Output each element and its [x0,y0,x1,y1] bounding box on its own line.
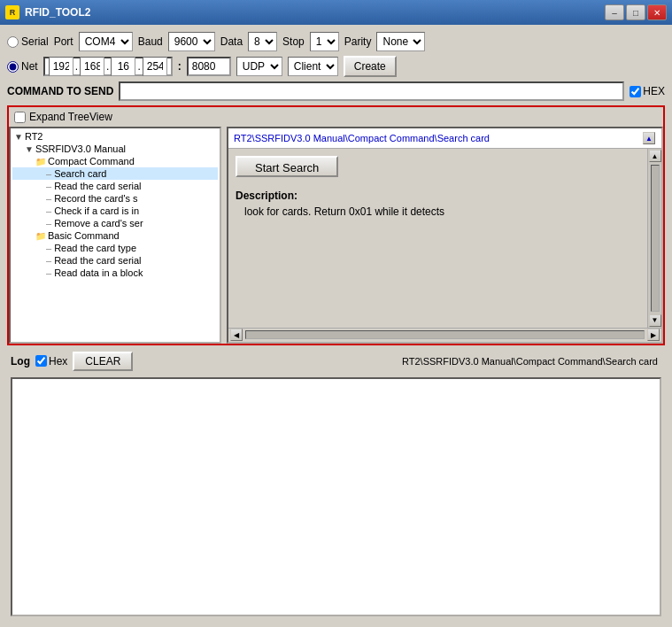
ip-segment-2[interactable] [80,57,104,76]
tree-item-read-serial-1[interactable]: – Read the card serial [12,180,218,192]
hex-checkbox-label[interactable]: HEX [630,85,665,97]
window-title: RFID_TOOL2 [25,6,90,19]
content-main: Start Search Description: look for cards… [228,149,647,328]
folder-icon: 📁 [35,231,46,241]
stop-label: Stop [282,35,305,48]
leaf-icon: – [46,168,51,179]
serial-row: Serial Port COM4 Baud 9600 Data 8 Stop 1… [7,32,665,51]
tree-item-read-card-type[interactable]: – Read the card type [12,242,218,254]
tree-item-label: Record the card's s [54,193,137,204]
tree-item-label: Compact Command [48,156,135,166]
mode-select[interactable]: Client [288,57,338,76]
tree-item-label: RT2 [25,131,43,142]
description-section: Description: look for cards. Return 0x01… [236,190,640,218]
parity-label: Parity [344,35,372,48]
log-hex-checkbox[interactable] [35,355,47,367]
description-text: look for cards. Return 0x01 while it det… [244,205,640,218]
tree-item-ssrfid-manual[interactable]: ▼ SSRFIDV3.0 Manual [12,143,218,155]
maximize-button[interactable]: □ [626,4,645,20]
clear-button[interactable]: CLEAR [73,352,133,371]
data-select[interactable]: 8 [248,32,277,51]
panel-divider [221,127,224,344]
title-bar: R RFID_TOOL2 – □ ✕ [0,0,672,25]
scroll-track[interactable] [651,165,660,312]
command-input[interactable] [119,81,624,101]
scroll-left-btn[interactable]: ◀ [230,329,243,341]
tree-item-rt2[interactable]: ▼ RT2 [12,130,218,143]
log-bar: Log Hex CLEAR RT2\SSRFIDV3.0 Manual\Comp… [7,350,665,373]
split-panel: ▼ RT2 ▼ SSRFIDV3.0 Manual 📁 Compact Comm… [9,127,663,344]
ip-address-box: . . . [43,57,173,76]
h-scroll-track[interactable] [245,330,645,339]
start-search-button[interactable]: Start Search [236,156,338,177]
ip-segment-4[interactable] [143,57,167,76]
tree-item-label: Remove a card's ser [54,218,143,228]
leaf-icon: – [46,218,51,228]
serial-label: Serial [21,35,49,48]
log-hex-text: Hex [49,355,67,368]
tree-item-label: Check if a card is in [54,205,139,216]
hex-label: HEX [643,85,665,97]
log-hex-label[interactable]: Hex [35,355,67,368]
tree-item-read-serial-2[interactable]: – Read the card serial [12,254,218,267]
tree-item-label: Read the card type [54,243,136,253]
expand-treeview-row: Expand TreeView [9,107,663,127]
scroll-right-btn[interactable]: ▶ [647,329,660,341]
tree-item-record-card[interactable]: – Record the card's s [12,192,218,205]
log-output[interactable] [11,377,661,617]
data-label: Data [220,35,243,48]
content-path-bar: RT2\SSRFIDV3.0 Manual\Compact Command\Se… [228,128,661,149]
tree-item-label: Search card [54,168,106,179]
expand-icon: ▼ [25,144,34,154]
log-label: Log [11,355,30,368]
net-row: Net . . . : UDP Client Create [7,56,665,77]
ip-segment-3[interactable] [111,57,135,76]
log-status-path: RT2\SSRFIDV3.0 Manual\Compact Command\Se… [138,356,661,367]
net-radio[interactable] [7,61,19,73]
tree-item-remove-card[interactable]: – Remove a card's ser [12,217,218,229]
scroll-down-icon[interactable]: ▼ [649,314,661,327]
net-radio-label[interactable]: Net [7,60,38,73]
minimize-button[interactable]: – [605,4,624,20]
leaf-icon: – [46,205,51,216]
app-icon: R [5,5,19,19]
serial-radio[interactable] [7,36,19,48]
tree-item-label: Read the card serial [54,255,141,266]
tree-item-label: Read the card serial [54,181,141,191]
tree-item-check-card[interactable]: – Check if a card is in [12,205,218,217]
scroll-up-icon[interactable]: ▲ [649,150,661,162]
close-button[interactable]: ✕ [647,4,667,20]
content-vertical-scrollbar[interactable]: ▲ ▼ [647,149,661,328]
scroll-up-btn[interactable]: ▲ [643,132,655,144]
leaf-icon: – [46,267,51,278]
baud-select[interactable]: 9600 [168,32,215,51]
stop-select[interactable]: 1 [310,32,339,51]
ip-segment-1[interactable] [49,57,73,76]
parity-select[interactable]: None [376,32,425,51]
serial-radio-label[interactable]: Serial [7,35,49,48]
content-path-text: RT2\SSRFIDV3.0 Manual\Compact Command\Se… [234,133,490,143]
tree-item-label: Read data in a block [54,267,143,278]
window-body: Serial Port COM4 Baud 9600 Data 8 Stop 1… [0,25,672,627]
content-horizontal-scrollbar[interactable]: ◀ ▶ [228,328,661,342]
command-label: COMMAND TO SEND [7,85,113,97]
tree-item-search-card[interactable]: – Search card [12,167,218,180]
tree-item-read-data-block[interactable]: – Read data in a block [12,267,218,279]
create-button[interactable]: Create [344,56,397,77]
port-label: Port [54,35,73,48]
tree-item-compact-command[interactable]: 📁 Compact Command [12,155,218,167]
tree-panel[interactable]: ▼ RT2 ▼ SSRFIDV3.0 Manual 📁 Compact Comm… [9,127,221,344]
main-panel: Expand TreeView ▼ RT2 ▼ SSRFIDV3.0 Manua… [7,105,665,345]
hex-checkbox[interactable] [630,86,641,97]
expand-icon: ▼ [14,132,23,142]
expand-treeview-checkbox[interactable] [14,112,26,123]
port-select[interactable]: COM4 [79,32,133,51]
baud-label: Baud [138,35,163,48]
net-label: Net [21,60,38,73]
protocol-select[interactable]: UDP [236,57,282,76]
title-bar-buttons: – □ ✕ [605,4,667,20]
port-input[interactable] [187,57,231,76]
tree-item-basic-command[interactable]: 📁 Basic Command [12,229,218,242]
folder-icon: 📁 [35,157,46,166]
leaf-icon: – [46,181,51,191]
